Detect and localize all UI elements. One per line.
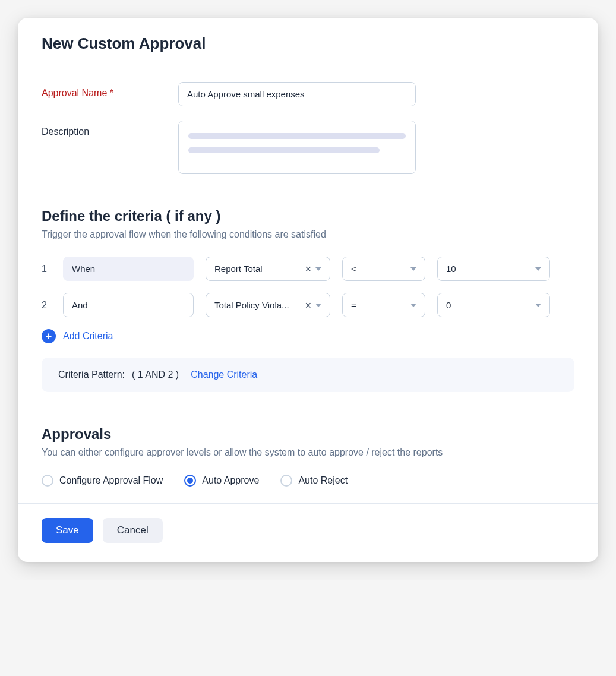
header: New Custom Approval [18, 18, 598, 65]
pattern-value: ( 1 AND 2 ) [132, 369, 179, 380]
add-criteria-button[interactable]: + Add Criteria [42, 329, 574, 343]
clear-icon[interactable]: ✕ [305, 264, 312, 274]
cancel-button[interactable]: Cancel [103, 518, 163, 543]
chevron-down-icon [410, 267, 416, 271]
approval-name-input[interactable] [178, 82, 416, 106]
criteria-subtitle: Trigger the approval flow when the follo… [42, 229, 574, 240]
criteria-operator-select[interactable]: = [342, 293, 425, 317]
approvals-title: Approvals [42, 426, 574, 443]
plus-icon: + [42, 329, 56, 343]
criteria-row: 2AndTotal Policy Viola...✕=0 [42, 293, 574, 317]
placeholder-line [188, 147, 380, 153]
criteria-field-select[interactable]: Total Policy Viola...✕ [206, 293, 330, 317]
chevron-down-icon [315, 267, 321, 271]
pattern-label: Criteria Pattern: [58, 369, 125, 380]
radio-icon [42, 475, 53, 487]
approval-option-radio[interactable]: Configure Approval Flow [42, 475, 163, 487]
chevron-down-icon [315, 304, 321, 307]
criteria-title: Define the criteria ( if any ) [42, 208, 574, 225]
radio-icon [280, 475, 292, 487]
criteria-row: 1WhenReport Total✕<10 [42, 257, 574, 281]
criteria-section: Define the criteria ( if any ) Trigger t… [18, 191, 598, 409]
page-title: New Custom Approval [42, 34, 574, 53]
approvals-subtitle: You can either configure approver levels… [42, 447, 574, 458]
basic-info-section: Approval Name * Description [18, 65, 598, 191]
criteria-connector[interactable]: And [63, 293, 194, 317]
approval-option-radio[interactable]: Auto Reject [280, 475, 348, 487]
criteria-number: 1 [42, 264, 51, 274]
approval-option-radio[interactable]: Auto Approve [184, 475, 259, 487]
criteria-value-input[interactable]: 10 [437, 257, 550, 281]
criteria-connector: When [63, 257, 194, 281]
chevron-down-icon [535, 267, 541, 271]
placeholder-line [188, 133, 406, 139]
criteria-operator-select[interactable]: < [342, 257, 425, 281]
description-label: Description [42, 121, 178, 137]
change-criteria-link[interactable]: Change Criteria [191, 369, 257, 380]
approval-name-label: Approval Name * [42, 82, 178, 99]
criteria-number: 2 [42, 300, 51, 311]
radio-label: Auto Approve [202, 475, 259, 486]
radio-label: Auto Reject [298, 475, 348, 486]
description-textarea[interactable] [178, 121, 416, 174]
criteria-field-select[interactable]: Report Total✕ [206, 257, 330, 281]
add-criteria-label: Add Criteria [63, 331, 113, 342]
radio-label: Configure Approval Flow [59, 475, 163, 486]
save-button[interactable]: Save [42, 518, 93, 543]
radio-icon [184, 475, 196, 487]
approval-form-card: New Custom Approval Approval Name * Desc… [18, 18, 598, 562]
footer: Save Cancel [18, 504, 598, 562]
criteria-pattern-bar: Criteria Pattern: ( 1 AND 2 ) Change Cri… [42, 358, 574, 392]
approvals-section: Approvals You can either configure appro… [18, 409, 598, 504]
chevron-down-icon [410, 304, 416, 307]
chevron-down-icon [535, 304, 541, 307]
criteria-value-input[interactable]: 0 [437, 293, 550, 317]
clear-icon[interactable]: ✕ [305, 301, 312, 310]
